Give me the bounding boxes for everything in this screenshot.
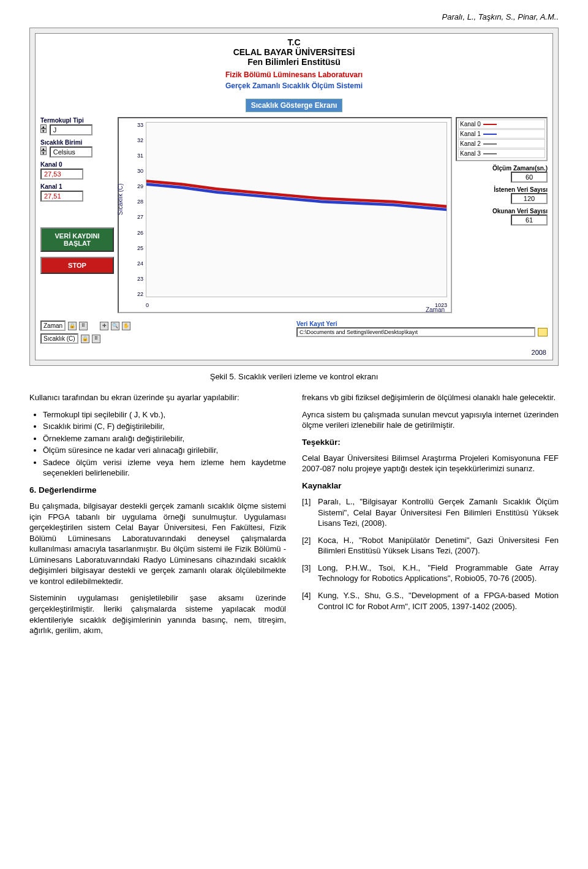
legend-swatch-icon bbox=[483, 153, 497, 154]
y-ticks: 3332 3130 2928 2726 2524 2322 bbox=[132, 122, 143, 297]
list-item: Termokupl tipi seçilebilir ( J, K vb.), bbox=[43, 409, 286, 420]
pan-tool-icon[interactable]: ✋ bbox=[122, 322, 130, 330]
right-panel: Kanal 0 Kanal 1 Kanal 2 Kanal 3 Ölçüm Za… bbox=[456, 117, 548, 313]
paragraph: Bu çalışmada, bilgisayar destekli gerçek… bbox=[29, 501, 286, 586]
reference-item: [1]Paralı, L., "Bilgisayar Kontrollü Ger… bbox=[302, 496, 559, 529]
start-record-button[interactable]: VERİ KAYDINI BAŞLAT bbox=[40, 227, 114, 252]
x-axis-label: Zaman bbox=[426, 306, 445, 313]
reference-item: [4]Kung, Y.S., Shu, G.S., "Development o… bbox=[302, 590, 559, 612]
axis-controls: Zaman 🔒 ⠿ ✛ 🔍 ✋ Sıcaklık (C) 🔒 ⠿ bbox=[40, 321, 292, 344]
cursor-tool-icon[interactable]: ✛ bbox=[100, 322, 108, 330]
legend-item-3: Kanal 3 bbox=[458, 149, 545, 158]
channel-1-value: 27,51 bbox=[40, 191, 83, 202]
section-heading-thanks: Teşekkür: bbox=[302, 437, 559, 448]
series-kanal-0 bbox=[146, 181, 447, 207]
list-item: Sıcaklık birimi (C, F) değiştirilebilir, bbox=[43, 421, 286, 432]
stop-button[interactable]: STOP bbox=[40, 257, 114, 274]
chart-legend: Kanal 0 Kanal 1 Kanal 2 Kanal 3 bbox=[456, 117, 548, 161]
x-ticks: 0 1023 bbox=[146, 302, 447, 308]
legend-item-1: Kanal 1 bbox=[458, 129, 545, 139]
zoom-tool-icon[interactable]: 🔍 bbox=[111, 322, 119, 330]
legend-swatch-icon bbox=[483, 134, 497, 135]
channel-1-label: Kanal 1 bbox=[40, 183, 114, 190]
reference-item: [2]Koca, H., "Robot Manipülatör Denetimi… bbox=[302, 535, 559, 556]
header-line-1c: Fen Bilimleri Enstitüsü bbox=[40, 57, 548, 67]
wanted-count-label: İstenen Veri Sayısı bbox=[456, 186, 548, 193]
list-item: Örnekleme zamanı aralığı değiştirilebili… bbox=[43, 433, 286, 444]
temperature-chart: Sıcaklık (C) 3332 3130 2928 2726 2524 23… bbox=[118, 117, 452, 313]
thermocouple-stepper[interactable]: ▴▾ bbox=[40, 124, 48, 133]
x-axis-select[interactable]: Zaman bbox=[40, 321, 66, 331]
paragraph: Ayrıca sistem bu çalışmada sunulan mevcu… bbox=[302, 409, 559, 431]
figure-screenshot: T.C CELAL BAYAR ÜNİVERSİTESİ Fen Bilimle… bbox=[29, 28, 559, 366]
read-count-label: Okunan Veri Sayısı bbox=[456, 208, 548, 214]
header-line-2: Fizik Bölümü Lüminesans Laboratuvarı bbox=[40, 70, 548, 79]
header-line-1b: CELAL BAYAR ÜNİVERSİTESİ bbox=[40, 47, 548, 57]
read-count-value: 61 bbox=[511, 214, 548, 226]
list-item: Ölçüm süresince ne kadar veri alınacağı … bbox=[43, 445, 286, 456]
format-icon[interactable]: ⠿ bbox=[79, 322, 88, 330]
channel-0-label: Kanal 0 bbox=[40, 161, 114, 168]
reference-item: [3]Long, P.H.W., Tsoi, K.H., "Field Prog… bbox=[302, 563, 559, 584]
legend-item-0: Kanal 0 bbox=[458, 120, 545, 129]
temp-unit-label: Sıcaklık Birimi bbox=[40, 139, 114, 146]
column-right: frekans vb gibi fiziksel değişimlerin de… bbox=[302, 392, 559, 642]
y-axis-select[interactable]: Sıcaklık (C) bbox=[40, 333, 78, 344]
thermocouple-type-label: Termokupl Tipi bbox=[40, 117, 114, 124]
save-path-label: Veri Kayıt Yeri bbox=[296, 321, 548, 327]
thermocouple-type-select[interactable]: J bbox=[50, 124, 92, 135]
channel-0-value: 27,53 bbox=[40, 169, 83, 180]
display-title: Sıcaklık Gösterge Ekranı bbox=[246, 99, 343, 112]
paragraph: Celal Bayar Üniversitesi Bilimsel Araştı… bbox=[302, 453, 559, 474]
y-axis-label: Sıcaklık (C) bbox=[117, 183, 124, 215]
plot-area bbox=[146, 122, 447, 297]
paragraph: Kullanıcı tarafından bu ekran üzerinde ş… bbox=[29, 392, 286, 403]
header-line-3: Gerçek Zamanlı Sıcaklık Ölçüm Sistemi bbox=[40, 82, 548, 90]
temp-unit-select[interactable]: Celsius bbox=[50, 146, 92, 157]
column-left: Kullanıcı tarafından bu ekran üzerinde ş… bbox=[29, 392, 286, 642]
section-heading-evaluation: 6. Değerlendirme bbox=[29, 485, 286, 496]
year-label: 2008 bbox=[36, 349, 552, 360]
lock-icon[interactable]: 🔒 bbox=[81, 335, 89, 343]
app-header: T.C CELAL BAYAR ÜNİVERSİTESİ Fen Bilimle… bbox=[36, 34, 552, 96]
list-item: Sadece ölçüm verisi izleme veya hem izle… bbox=[43, 457, 286, 479]
format-icon[interactable]: ⠿ bbox=[92, 335, 100, 343]
lock-icon[interactable]: 🔒 bbox=[68, 322, 77, 330]
wanted-count-input[interactable]: 120 bbox=[511, 193, 548, 204]
paragraph: frekans vb gibi fiziksel değişimlerin de… bbox=[302, 392, 559, 403]
section-heading-references: Kaynaklar bbox=[302, 480, 559, 491]
save-path-input[interactable]: C:\Documents and Settings\levent\Desktop… bbox=[296, 327, 535, 337]
measure-time-input[interactable]: 60 bbox=[511, 172, 548, 183]
measure-time-label: Ölçüm Zamanı(sn.) bbox=[456, 165, 548, 172]
legend-item-2: Kanal 2 bbox=[458, 139, 545, 148]
legend-swatch-icon bbox=[483, 143, 497, 145]
left-panel: Termokupl Tipi ▴▾ J Sıcaklık Birimi ▴▾ C… bbox=[40, 117, 114, 313]
running-head: Paralı, L., Taşkın, S., Pinar, A.M.. bbox=[29, 12, 559, 21]
folder-browse-icon[interactable] bbox=[538, 328, 548, 336]
header-line-1a: T.C bbox=[40, 37, 548, 47]
bullet-list: Termokupl tipi seçilebilir ( J, K vb.), … bbox=[29, 409, 286, 479]
paragraph: Sisteminin uygulaması genişletilebilir ş… bbox=[29, 593, 286, 636]
save-path-area: Veri Kayıt Yeri C:\Documents and Setting… bbox=[296, 321, 548, 344]
legend-swatch-icon bbox=[483, 124, 497, 125]
temp-unit-stepper[interactable]: ▴▾ bbox=[40, 146, 48, 155]
figure-caption: Şekil 5. Sıcaklık verileri izleme ve kon… bbox=[29, 372, 559, 381]
